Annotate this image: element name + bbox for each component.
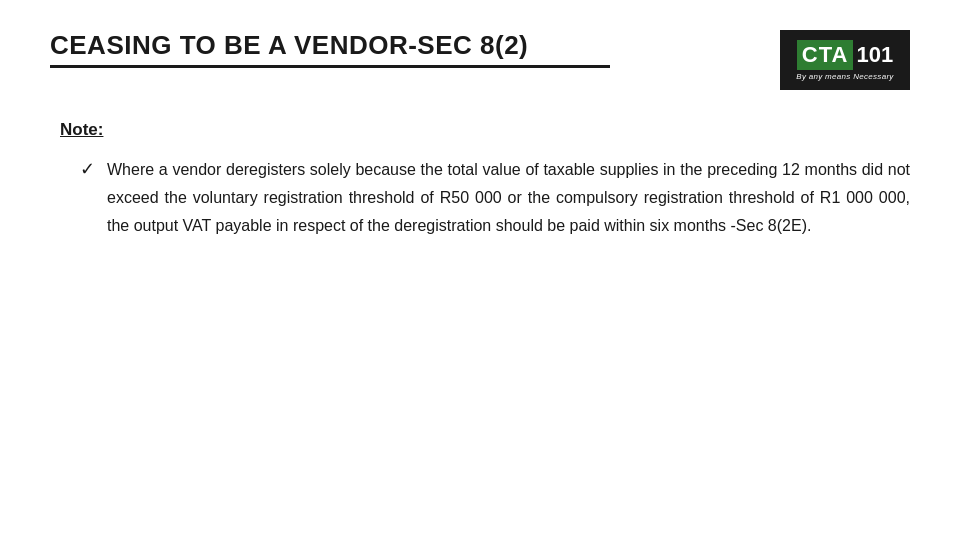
checkmark-icon: ✓ xyxy=(80,158,95,180)
page-title: CEASING TO BE A VENDOR-SEC 8(2) xyxy=(50,30,760,61)
logo-tagline: By any means Necessary xyxy=(796,72,893,81)
logo-top: CTA 101 xyxy=(797,40,893,70)
page: CEASING TO BE A VENDOR-SEC 8(2) CTA 101 … xyxy=(0,0,960,540)
content-area: Note: ✓ Where a vendor deregisters solel… xyxy=(50,120,910,240)
bullet-item: ✓ Where a vendor deregisters solely beca… xyxy=(60,156,910,240)
title-underline xyxy=(50,65,610,68)
logo-number: 101 xyxy=(856,42,893,68)
note-label: Note: xyxy=(60,120,910,140)
logo-cta: CTA xyxy=(797,40,854,70)
header-row: CEASING TO BE A VENDOR-SEC 8(2) CTA 101 … xyxy=(50,30,910,90)
bullet-text: Where a vendor deregisters solely becaus… xyxy=(107,156,910,240)
logo-block: CTA 101 By any means Necessary xyxy=(780,30,910,90)
title-block: CEASING TO BE A VENDOR-SEC 8(2) xyxy=(50,30,760,68)
